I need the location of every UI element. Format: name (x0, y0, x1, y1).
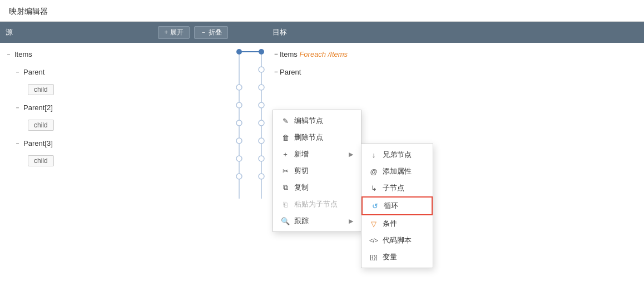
sibling-icon: ↓ (369, 151, 378, 159)
submenu-loop[interactable]: ↺ 循环 (361, 196, 433, 215)
condition-icon: ▽ (369, 220, 378, 228)
submenu-code-script[interactable]: </> 代码脚本 (361, 232, 433, 249)
svg-point-4 (236, 85, 242, 90)
collapse-button[interactable]: － 折叠 (194, 26, 228, 39)
items-toggle[interactable]: － (6, 50, 14, 58)
page-title: 映射编辑器 (0, 0, 644, 22)
target-items-row: － Items Foreach /Items (267, 45, 644, 63)
target-items-toggle[interactable]: － (273, 49, 280, 59)
svg-point-9 (236, 174, 242, 179)
add-arrow-icon: ▶ (349, 151, 353, 158)
svg-point-12 (259, 85, 264, 90)
source-parent2-row: － Parent[2] (0, 98, 234, 116)
submenu-code-script-label: 代码脚本 (383, 235, 412, 245)
submenu-condition-label: 条件 (383, 219, 397, 229)
menu-copy-label: 复制 (294, 182, 309, 193)
target-label: 目标 (273, 28, 287, 36)
submenu-child-node[interactable]: ↳ 子节点 (361, 180, 433, 196)
expand-button[interactable]: + 展开 (158, 26, 189, 39)
menu-paste-child: ⎗ 粘贴为子节点 (273, 196, 361, 213)
source-parent1-label: Parent (23, 68, 44, 76)
menu-copy[interactable]: ⧉ 复制 (273, 179, 361, 196)
code-script-icon: </> (369, 237, 378, 244)
menu-paste-child-label: 粘贴为子节点 (294, 199, 338, 209)
edit-icon: ✎ (281, 117, 290, 125)
svg-point-6 (236, 120, 242, 126)
add-submenu: ↓ 兄弟节点 @ 添加属性 ↳ 子节点 ↺ 循环 (361, 144, 433, 268)
track-icon: 🔍 (281, 217, 290, 225)
connectors-svg (234, 43, 267, 295)
svg-point-8 (236, 156, 242, 161)
variable-icon: [{}] (369, 254, 378, 260)
svg-point-17 (259, 174, 264, 179)
source-child2-row: child (0, 116, 234, 134)
source-child3-row: child (0, 152, 234, 170)
source-parent1-row: － Parent (0, 63, 234, 81)
menu-cut-label: 剪切 (294, 166, 309, 176)
cut-icon: ✂ (281, 167, 290, 175)
target-parent1-row: － Parent (267, 63, 644, 81)
copy-icon: ⧉ (281, 183, 290, 192)
target-parent1-toggle[interactable]: － (273, 67, 280, 77)
submenu-attr[interactable]: @ 添加属性 (361, 163, 433, 180)
source-child1-box: child (28, 84, 54, 95)
source-child3-box: child (28, 155, 54, 166)
source-panel: － Items － Parent child － Parent[2] child (0, 43, 234, 295)
attr-icon: @ (369, 167, 378, 176)
source-items-label: Items (14, 50, 32, 58)
target-foreach-label: Foreach /Items (299, 50, 348, 58)
parent2-toggle[interactable]: － (14, 103, 23, 112)
paste-child-icon: ⎗ (281, 200, 290, 209)
submenu-sibling[interactable]: ↓ 兄弟节点 (361, 146, 433, 163)
menu-track-label: 跟踪 (294, 216, 309, 226)
menu-cut[interactable]: ✂ 剪切 (273, 162, 361, 179)
context-menu: ✎ 编辑节点 🗑 删除节点 + 新增 ▶ ↓ 兄弟节点 @ (273, 110, 361, 232)
submenu-loop-label: 循环 (384, 201, 398, 211)
submenu-sibling-label: 兄弟节点 (383, 150, 412, 160)
loop-icon: ↺ (370, 202, 379, 210)
source-parent2-label: Parent[2] (23, 103, 53, 112)
track-arrow-icon: ▶ (349, 218, 353, 225)
menu-add[interactable]: + 新增 ▶ ↓ 兄弟节点 @ 添加属性 ↳ 子节点 (273, 146, 361, 162)
svg-point-10 (259, 49, 264, 55)
child-node-icon: ↳ (369, 184, 378, 193)
target-parent1-label: Parent (280, 68, 301, 76)
add-icon: + (281, 150, 290, 159)
svg-point-7 (236, 138, 242, 144)
menu-add-label: 新增 (294, 149, 309, 159)
target-items-label: Items (280, 50, 299, 58)
submenu-condition[interactable]: ▽ 条件 (361, 215, 433, 232)
source-items-row: － Items (0, 45, 234, 63)
svg-point-3 (236, 49, 242, 55)
delete-icon: 🗑 (281, 134, 290, 142)
parent3-toggle[interactable]: － (14, 139, 23, 147)
svg-point-11 (259, 67, 264, 72)
svg-point-5 (236, 102, 242, 108)
menu-delete-label: 删除节点 (294, 132, 323, 142)
parent1-toggle[interactable]: － (14, 68, 23, 76)
submenu-variable[interactable]: [{}] 变量 (361, 249, 433, 265)
submenu-attr-label: 添加属性 (383, 166, 412, 176)
menu-delete[interactable]: 🗑 删除节点 (273, 129, 361, 146)
source-parent3-label: Parent[3] (23, 139, 53, 147)
svg-point-14 (259, 120, 264, 126)
svg-point-16 (259, 156, 264, 161)
svg-point-15 (259, 138, 264, 144)
submenu-child-node-label: 子节点 (383, 183, 404, 193)
svg-point-13 (259, 102, 264, 108)
menu-edit-label: 编辑节点 (294, 116, 323, 126)
menu-edit[interactable]: ✎ 编辑节点 (273, 112, 361, 129)
source-child2-box: child (28, 120, 54, 131)
source-label: 源 (6, 27, 153, 37)
source-parent3-row: － Parent[3] (0, 134, 234, 152)
source-child1-row: child (0, 81, 234, 98)
menu-track[interactable]: 🔍 跟踪 ▶ (273, 213, 361, 229)
submenu-variable-label: 变量 (383, 252, 397, 262)
